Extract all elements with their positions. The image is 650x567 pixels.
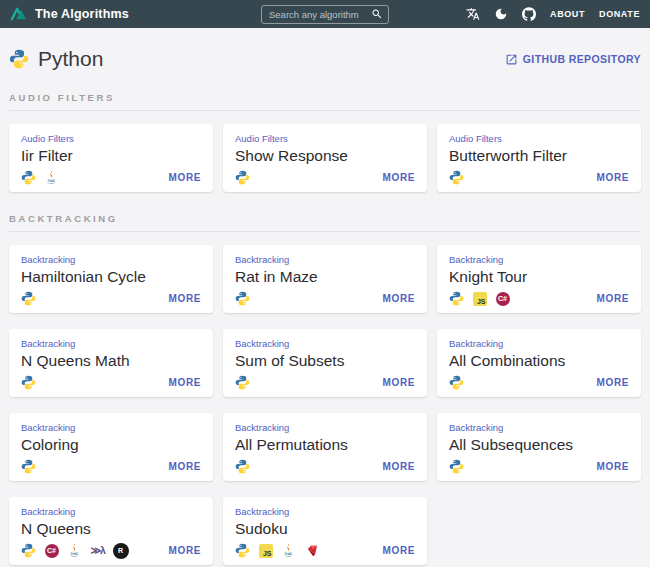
more-link[interactable]: MORE bbox=[169, 545, 201, 556]
algorithm-card[interactable]: Backtracking Hamiltonian Cycle MORE bbox=[9, 245, 213, 313]
algorithm-card[interactable]: Backtracking Sum of Subsets MORE bbox=[223, 329, 427, 397]
algorithm-card[interactable]: Backtracking Knight Tour JSC# MORE bbox=[437, 245, 641, 313]
algorithm-card[interactable]: Backtracking Sudoku JS MORE bbox=[223, 497, 427, 565]
card-title: Butterworth Filter bbox=[449, 147, 629, 165]
more-link[interactable]: MORE bbox=[169, 377, 201, 388]
language-icons bbox=[21, 459, 36, 474]
card-category-label: Backtracking bbox=[21, 422, 201, 433]
page-title: Python bbox=[38, 47, 103, 71]
more-link[interactable]: MORE bbox=[169, 293, 201, 304]
language-icons: C#≫λR bbox=[21, 543, 128, 558]
card-title: Show Response bbox=[235, 147, 415, 165]
card-footer: JS MORE bbox=[235, 543, 415, 558]
card-title: All Subsequences bbox=[449, 436, 629, 454]
algorithm-card[interactable]: Audio Filters Butterworth Filter MORE bbox=[437, 124, 641, 192]
main-content: Python GITHUB REPOSITORY AUDIO FILTERS A… bbox=[0, 47, 650, 567]
external-link-icon bbox=[505, 53, 518, 66]
python-icon bbox=[21, 170, 36, 185]
more-link[interactable]: MORE bbox=[597, 377, 629, 388]
algorithm-card[interactable]: Backtracking All Subsequences MORE bbox=[437, 413, 641, 481]
github-icon[interactable] bbox=[522, 7, 536, 21]
card-category-label: Audio Filters bbox=[449, 133, 629, 144]
card-title: Rat in Maze bbox=[235, 268, 415, 286]
card-title: N Queens Math bbox=[21, 352, 201, 370]
card-footer: MORE bbox=[235, 170, 415, 185]
python-icon bbox=[235, 291, 250, 306]
card-title: Coloring bbox=[21, 436, 201, 454]
csharp-icon: C# bbox=[495, 291, 510, 306]
more-link[interactable]: MORE bbox=[597, 461, 629, 472]
about-link[interactable]: ABOUT bbox=[550, 9, 585, 19]
card-footer: C#≫λR MORE bbox=[21, 543, 201, 558]
dark-mode-icon[interactable] bbox=[494, 7, 508, 21]
card-footer: MORE bbox=[21, 375, 201, 390]
cards-grid: Backtracking Hamiltonian Cycle MORE Back… bbox=[9, 245, 641, 565]
language-icons bbox=[235, 170, 250, 185]
python-icon bbox=[235, 543, 250, 558]
card-title: Knight Tour bbox=[449, 268, 629, 286]
haskell-icon: ≫λ bbox=[90, 543, 105, 558]
language-icons bbox=[449, 375, 464, 390]
donate-link[interactable]: DONATE bbox=[599, 9, 640, 19]
python-icon bbox=[9, 49, 29, 69]
language-icons bbox=[449, 170, 464, 185]
translate-icon[interactable] bbox=[466, 7, 480, 21]
card-category-label: Audio Filters bbox=[235, 133, 415, 144]
card-footer: MORE bbox=[449, 459, 629, 474]
brand[interactable]: The Algorithms bbox=[10, 5, 261, 23]
top-navigation-bar: The Algorithms ABOUT DONATE bbox=[0, 0, 650, 28]
more-link[interactable]: MORE bbox=[169, 172, 201, 183]
algorithm-card[interactable]: Backtracking Rat in Maze MORE bbox=[223, 245, 427, 313]
javascript-icon: JS bbox=[258, 543, 273, 558]
algorithm-card[interactable]: Audio Filters Show Response MORE bbox=[223, 124, 427, 192]
python-icon bbox=[449, 170, 464, 185]
algorithm-card[interactable]: Backtracking All Combinations MORE bbox=[437, 329, 641, 397]
language-icons bbox=[21, 291, 36, 306]
language-icons bbox=[235, 459, 250, 474]
card-footer: MORE bbox=[21, 170, 201, 185]
python-icon bbox=[449, 459, 464, 474]
sections-root: AUDIO FILTERS Audio Filters Iir Filter M… bbox=[9, 92, 641, 565]
search-box bbox=[261, 5, 389, 24]
algorithm-card[interactable]: Backtracking All Permutations MORE bbox=[223, 413, 427, 481]
algorithm-card[interactable]: Audio Filters Iir Filter MORE bbox=[9, 124, 213, 192]
algorithm-section: AUDIO FILTERS Audio Filters Iir Filter M… bbox=[9, 92, 641, 192]
language-icons bbox=[449, 459, 464, 474]
more-link[interactable]: MORE bbox=[383, 293, 415, 304]
card-footer: JSC# MORE bbox=[449, 291, 629, 306]
language-icons bbox=[235, 375, 250, 390]
more-link[interactable]: MORE bbox=[383, 545, 415, 556]
algorithm-card[interactable]: Backtracking Coloring MORE bbox=[9, 413, 213, 481]
card-title: All Permutations bbox=[235, 436, 415, 454]
algorithms-logo-icon bbox=[10, 5, 28, 23]
java-icon bbox=[281, 543, 296, 558]
more-link[interactable]: MORE bbox=[597, 293, 629, 304]
javascript-icon: JS bbox=[472, 291, 487, 306]
python-icon bbox=[21, 291, 36, 306]
card-category-label: Backtracking bbox=[449, 338, 629, 349]
brand-name: The Algorithms bbox=[35, 7, 129, 21]
more-link[interactable]: MORE bbox=[383, 461, 415, 472]
python-icon bbox=[449, 291, 464, 306]
more-link[interactable]: MORE bbox=[597, 172, 629, 183]
more-link[interactable]: MORE bbox=[383, 172, 415, 183]
card-title: Sum of Subsets bbox=[235, 352, 415, 370]
page-header: Python GITHUB REPOSITORY bbox=[9, 47, 641, 71]
card-category-label: Backtracking bbox=[235, 422, 415, 433]
java-icon bbox=[44, 170, 59, 185]
search-input[interactable] bbox=[267, 8, 367, 21]
algorithm-card[interactable]: Backtracking N Queens C#≫λR MORE bbox=[9, 497, 213, 565]
more-link[interactable]: MORE bbox=[383, 377, 415, 388]
card-title: All Combinations bbox=[449, 352, 629, 370]
csharp-icon: C# bbox=[44, 543, 59, 558]
language-icons: JSC# bbox=[449, 291, 510, 306]
algorithm-card[interactable]: Backtracking N Queens Math MORE bbox=[9, 329, 213, 397]
github-repository-link[interactable]: GITHUB REPOSITORY bbox=[505, 53, 641, 66]
card-title: Hamiltonian Cycle bbox=[21, 268, 201, 286]
more-link[interactable]: MORE bbox=[169, 461, 201, 472]
top-right-actions: ABOUT DONATE bbox=[389, 7, 640, 21]
card-title: N Queens bbox=[21, 520, 201, 538]
search-icon[interactable] bbox=[371, 8, 383, 20]
python-icon bbox=[449, 375, 464, 390]
card-category-label: Backtracking bbox=[449, 422, 629, 433]
